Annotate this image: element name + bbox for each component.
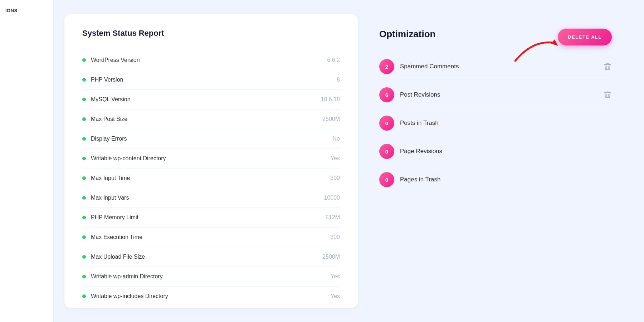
trash-icon[interactable] <box>603 62 612 71</box>
optimization-item: 6 Post Revisions <box>379 82 612 108</box>
status-item-label: PHP Memory Limit <box>91 214 138 221</box>
status-dot <box>82 157 86 160</box>
status-dot <box>82 98 86 101</box>
system-status-panel: System Status Report WordPress Version 6… <box>64 14 358 308</box>
sidebar-label: IONS <box>5 8 18 13</box>
status-item-left: Max Upload File Size <box>82 254 145 260</box>
status-item-value: 300 <box>330 234 340 240</box>
status-item-left: Max Execution Time <box>82 234 142 240</box>
status-item-label: PHP Version <box>91 77 123 83</box>
status-item: Max Upload File Size 2500M <box>82 247 340 267</box>
status-item-value: 6.6.2 <box>327 57 340 63</box>
status-dot <box>82 58 86 62</box>
status-item-value: 300 <box>330 175 340 181</box>
status-item-label: Max Upload File Size <box>91 254 145 260</box>
opt-badge: 2 <box>379 59 394 74</box>
status-item: PHP Memory Limit 512M <box>82 208 340 228</box>
status-item-label: WordPress Version <box>91 57 140 63</box>
status-item-value: 2500M <box>322 254 340 260</box>
system-status-title: System Status Report <box>82 29 340 38</box>
status-item-left: PHP Memory Limit <box>82 214 138 221</box>
opt-item-label: Post Revisions <box>400 91 597 98</box>
optimization-list: 2 Spammed Comments 6 Post Revisions <box>379 54 612 192</box>
status-item-value: Yes <box>331 155 340 162</box>
status-item-value: 8 <box>337 77 340 83</box>
status-item: WordPress Version 6.6.2 <box>82 50 340 70</box>
status-dot <box>82 196 86 200</box>
status-item-label: Max Post Size <box>91 116 127 122</box>
status-item-label: Writable wp-content Directory <box>91 155 166 162</box>
opt-badge: 0 <box>379 116 394 131</box>
optimization-item: 2 Spammed Comments <box>379 54 612 79</box>
status-item-label: Writable wp-admin Directory <box>91 273 163 280</box>
opt-item-label: Spammed Comments <box>400 63 597 70</box>
status-item-left: PHP Version <box>82 77 123 83</box>
svg-marker-0 <box>551 39 558 46</box>
status-item-left: Max Post Size <box>82 116 127 122</box>
status-dot <box>82 255 86 259</box>
status-item: PHP Version 8 <box>82 70 340 90</box>
status-item: MySQL Version 10.6.18 <box>82 90 340 109</box>
status-item-label: Writable wp-includes Directory <box>91 293 168 299</box>
status-item-value: 512M <box>326 214 340 221</box>
status-item-label: Max Execution Time <box>91 234 142 240</box>
status-item: Max Input Vars 10000 <box>82 188 340 208</box>
optimization-panel: Optimization DELETE ALL 2 Spammed Commen… <box>358 14 633 308</box>
opt-badge: 0 <box>379 172 394 187</box>
status-item-value: Yes <box>331 273 340 280</box>
status-item-value: Yes <box>331 293 340 299</box>
status-item-left: Writable wp-includes Directory <box>82 293 168 299</box>
status-dot <box>82 78 86 82</box>
opt-item-label: Pages in Trash <box>400 176 612 183</box>
status-item-left: Max Input Time <box>82 175 130 181</box>
main-content: System Status Report WordPress Version 6… <box>54 0 644 322</box>
status-item: Writable wp-content Directory Yes <box>82 149 340 169</box>
status-item-label: Display Errors <box>91 136 127 142</box>
status-item-left: Display Errors <box>82 136 127 142</box>
status-item-value: 2500M <box>322 116 340 122</box>
status-dot <box>82 275 86 278</box>
status-item: Max Execution Time 300 <box>82 228 340 247</box>
opt-item-label: Posts in Trash <box>400 119 612 127</box>
opt-item-label: Page Revisions <box>400 148 612 155</box>
status-dot <box>82 176 86 180</box>
status-dot <box>82 216 86 219</box>
trash-icon[interactable] <box>603 91 612 99</box>
optimization-item: 0 Page Revisions <box>379 139 612 164</box>
status-dot <box>82 137 86 141</box>
status-item-value: 10.6.18 <box>321 96 340 103</box>
status-item: Writable wp-admin Directory Yes <box>82 267 340 287</box>
opt-badge: 6 <box>379 87 394 102</box>
sidebar: IONS <box>0 0 54 322</box>
status-item-value: 10000 <box>324 195 340 201</box>
opt-badge: 0 <box>379 144 394 159</box>
status-item-left: Writable wp-admin Directory <box>82 273 163 280</box>
status-item-left: WordPress Version <box>82 57 140 63</box>
status-item: Writable wp-includes Directory Yes <box>82 287 340 306</box>
status-dot <box>82 294 86 298</box>
delete-all-button[interactable]: DELETE ALL <box>558 29 612 45</box>
status-item-label: Max Input Vars <box>91 195 129 201</box>
optimization-item: 0 Pages in Trash <box>379 167 612 192</box>
optimization-item: 0 Posts in Trash <box>379 111 612 136</box>
status-item-label: Max Input Time <box>91 175 130 181</box>
status-item: Display Errors No <box>82 129 340 149</box>
status-item: Max Post Size 2500M <box>82 109 340 129</box>
status-dot <box>82 117 86 121</box>
status-dot <box>82 235 86 239</box>
status-item-left: Writable wp-content Directory <box>82 155 166 162</box>
status-item-value: No <box>333 136 340 142</box>
status-list: WordPress Version 6.6.2 PHP Version 8 My… <box>82 50 340 306</box>
status-item-left: Max Input Vars <box>82 195 129 201</box>
status-item: Max Input Time 300 <box>82 169 340 188</box>
status-item-label: MySQL Version <box>91 96 131 103</box>
status-item-left: MySQL Version <box>82 96 131 103</box>
